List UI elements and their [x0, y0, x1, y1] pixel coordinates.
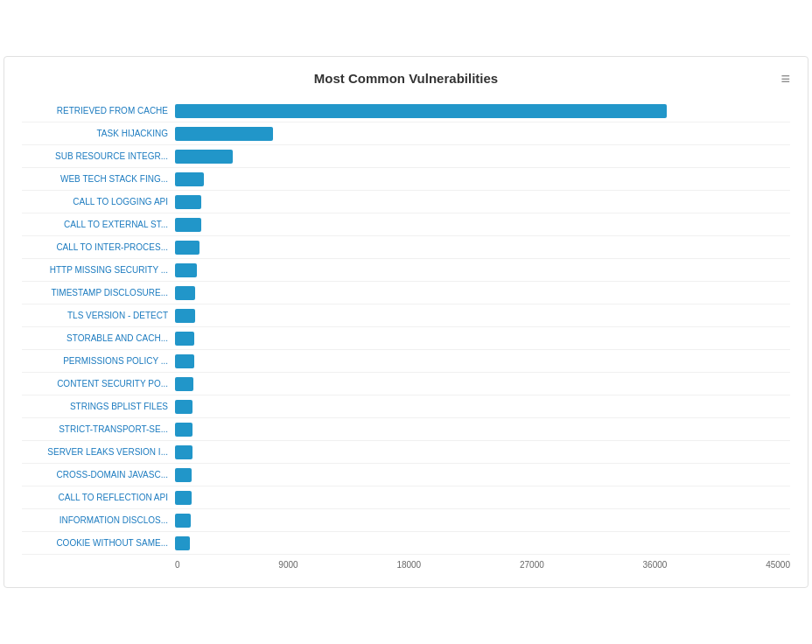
bar-row: CALL TO INTER-PROCES...	[22, 236, 790, 259]
bar-area	[175, 350, 790, 372]
x-tick: 9000	[278, 560, 298, 570]
bar-label: STRINGS BPLIST FILES	[22, 402, 175, 411]
bar-row: INFORMATION DISCLOS...	[22, 509, 790, 532]
bar-row: CONTENT SECURITY PO...	[22, 373, 790, 396]
x-tick: 45000	[766, 560, 790, 570]
bar-row: SUB RESOURCE INTEGR...	[22, 145, 790, 168]
chart-container: Most Common Vulnerabilities ≡ RETRIEVED …	[4, 56, 808, 588]
bar-row: STRINGS BPLIST FILES	[22, 396, 790, 418]
bar	[175, 332, 194, 346]
bar	[175, 218, 201, 232]
bar-label: CROSS-DOMAIN JAVASC...	[22, 470, 175, 480]
bar-label: HTTP MISSING SECURITY ...	[22, 265, 175, 275]
chart-title: Most Common Vulnerabilities	[314, 71, 498, 86]
chart-header: Most Common Vulnerabilities ≡	[22, 71, 790, 86]
bar-label: STRICT-TRANSPORT-SE...	[22, 424, 175, 434]
bar-area	[175, 532, 790, 554]
bar	[175, 286, 195, 300]
bar	[175, 172, 204, 186]
bar	[175, 150, 233, 164]
bar-label: CALL TO REFLECTION API	[22, 493, 175, 502]
bar-label: CALL TO EXTERNAL ST...	[22, 220, 175, 229]
bar-row: RETRIEVED FROM CACHE	[22, 100, 790, 122]
bar-area	[175, 145, 790, 167]
bar-row: TLS VERSION - DETECT	[22, 304, 790, 327]
bar-row: PERMISSIONS POLICY ...	[22, 350, 790, 373]
bar	[175, 423, 192, 437]
bar-row: WEB TECH STACK FING...	[22, 168, 790, 191]
bar	[175, 127, 273, 141]
bar	[175, 241, 200, 255]
bar-area	[175, 168, 790, 190]
x-axis: 0900018000270003600045000	[175, 560, 790, 570]
bar	[175, 377, 193, 391]
bar	[175, 468, 192, 482]
bar-area	[175, 259, 790, 281]
bar-area	[175, 418, 790, 440]
bar-row: TASK HIJACKING	[22, 122, 790, 145]
bar	[175, 104, 667, 118]
bar-area	[175, 396, 790, 417]
x-tick: 0	[175, 560, 180, 570]
x-tick: 36000	[643, 560, 668, 570]
bar-area	[175, 214, 790, 235]
bar-row: COOKIE WITHOUT SAME...	[22, 532, 790, 555]
bar-area	[175, 100, 790, 122]
bar-area	[175, 464, 790, 486]
bar-area	[175, 441, 790, 463]
bar-label: CALL TO LOGGING API	[22, 197, 175, 206]
bar-area	[175, 122, 790, 144]
bar-label: RETRIEVED FROM CACHE	[22, 106, 175, 116]
bar	[175, 309, 195, 323]
bar-label: TASK HIJACKING	[22, 129, 175, 138]
bar-label: CALL TO INTER-PROCES...	[22, 242, 175, 252]
bar-area	[175, 282, 790, 304]
bar-row: STORABLE AND CACH...	[22, 327, 790, 350]
x-tick: 27000	[520, 560, 544, 570]
bar	[175, 263, 197, 277]
bar-label: SUB RESOURCE INTEGR...	[22, 151, 175, 161]
bar	[175, 445, 192, 459]
bar-row: TIMESTAMP DISCLOSURE...	[22, 282, 790, 304]
bar-label: TIMESTAMP DISCLOSURE...	[22, 288, 175, 298]
bar-area	[175, 373, 790, 395]
bar-label: TLS VERSION - DETECT	[22, 311, 175, 320]
x-tick: 18000	[396, 560, 421, 570]
bar-area	[175, 304, 790, 326]
bar-area	[175, 486, 790, 508]
bar	[175, 514, 191, 528]
bar-label: CONTENT SECURITY PO...	[22, 379, 175, 388]
bar-area	[175, 327, 790, 349]
bar	[175, 195, 201, 209]
bar-row: CALL TO LOGGING API	[22, 191, 790, 214]
bar	[175, 400, 192, 414]
bar-row: STRICT-TRANSPORT-SE...	[22, 418, 790, 441]
bar	[175, 536, 190, 550]
bar	[175, 354, 194, 368]
bar-label: COOKIE WITHOUT SAME...	[22, 538, 175, 548]
menu-icon[interactable]: ≡	[780, 71, 790, 87]
bar-row: SERVER LEAKS VERSION I...	[22, 441, 790, 464]
bar-row: HTTP MISSING SECURITY ...	[22, 259, 790, 282]
bar-label: STORABLE AND CACH...	[22, 333, 175, 343]
bar-area	[175, 191, 790, 213]
bar	[175, 491, 192, 505]
chart-body: RETRIEVED FROM CACHETASK HIJACKINGSUB RE…	[22, 100, 790, 555]
bar-label: WEB TECH STACK FING...	[22, 174, 175, 184]
bar-label: PERMISSIONS POLICY ...	[22, 356, 175, 366]
bar-area	[175, 509, 790, 531]
bar-area	[175, 236, 790, 258]
bar-label: INFORMATION DISCLOS...	[22, 515, 175, 525]
bar-row: CALL TO REFLECTION API	[22, 486, 790, 509]
bar-row: CROSS-DOMAIN JAVASC...	[22, 464, 790, 486]
bar-label: SERVER LEAKS VERSION I...	[22, 447, 175, 457]
bar-row: CALL TO EXTERNAL ST...	[22, 214, 790, 236]
